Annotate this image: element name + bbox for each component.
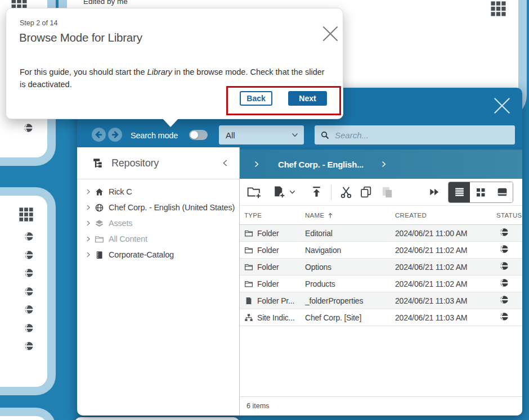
status-icon bbox=[24, 232, 34, 241]
document-icon bbox=[244, 296, 253, 305]
grid-view-icon bbox=[475, 187, 486, 198]
folder-icon bbox=[244, 246, 253, 255]
created-cell: 2024/06/21 11:02 AM bbox=[395, 263, 496, 272]
chevron-right-icon[interactable] bbox=[379, 160, 388, 169]
status-cell bbox=[500, 228, 522, 238]
back-button[interactable]: Back bbox=[240, 91, 272, 106]
table-row[interactable]: Folder Navigation 2024/06/21 11:02 AM bbox=[240, 242, 522, 259]
next-button[interactable]: Next bbox=[288, 91, 327, 106]
search-input[interactable] bbox=[334, 125, 515, 145]
thumbnail-view-button[interactable] bbox=[470, 182, 491, 202]
type-cell: Folder bbox=[244, 263, 305, 272]
breadcrumb-item[interactable]: Chef Corp. - English... bbox=[278, 160, 364, 169]
new-folder-button[interactable] bbox=[246, 186, 262, 199]
copy-button[interactable] bbox=[360, 186, 373, 198]
tree-item-label: Chef Corp. - English (United States) bbox=[109, 203, 235, 212]
table-row[interactable]: Folder Products 2024/06/21 11:02 AM bbox=[240, 276, 522, 292]
tree-item-assets[interactable]: Assets bbox=[77, 215, 239, 231]
table-row[interactable]: Site Indic... Chef Corp. [Site] 2024/06/… bbox=[240, 309, 522, 326]
table-row[interactable]: Folder Editorial 2024/06/21 11:00 AM bbox=[240, 225, 522, 242]
status-icon bbox=[500, 228, 509, 237]
column-created[interactable]: CREATED bbox=[395, 212, 496, 219]
status-icon bbox=[24, 123, 33, 133]
column-status[interactable]: STATUS bbox=[496, 212, 529, 219]
chevron-down-icon[interactable] bbox=[288, 188, 297, 196]
collapse-panel-icon[interactable] bbox=[220, 158, 230, 168]
folder-icon bbox=[95, 234, 104, 244]
filter-select[interactable]: All bbox=[219, 125, 304, 144]
column-name[interactable]: NAME bbox=[305, 211, 395, 219]
search-field[interactable] bbox=[315, 125, 515, 144]
library-emphasis: Library bbox=[147, 67, 172, 76]
tree-item-all-content[interactable]: All Content bbox=[77, 231, 239, 247]
name-cell: Navigation bbox=[305, 246, 395, 255]
status-cell bbox=[500, 245, 522, 255]
table-row[interactable]: Folder Pr... _folderProperties 2024/06/2… bbox=[240, 292, 522, 309]
expander-icon[interactable] bbox=[84, 219, 92, 227]
status-icon bbox=[24, 268, 34, 278]
list-view-button[interactable] bbox=[449, 182, 470, 202]
expander-icon[interactable] bbox=[84, 204, 92, 211]
more-actions-icon[interactable] bbox=[428, 186, 440, 198]
tree-item-chef-corp[interactable]: Chef Corp. - English (United States) bbox=[77, 200, 239, 215]
tour-step-indicator: Step 2 of 14 bbox=[20, 19, 57, 27]
cut-button[interactable] bbox=[339, 186, 353, 199]
search-icon bbox=[320, 130, 330, 140]
tour-dialog: Step 2 of 14 Browse Mode for Library For… bbox=[6, 8, 343, 119]
expander-icon[interactable] bbox=[84, 235, 92, 243]
back-navigation-button[interactable] bbox=[92, 128, 106, 142]
tree-item-corporate-catalog[interactable]: Corporate-Catalog bbox=[77, 247, 239, 263]
layers-icon bbox=[95, 219, 104, 228]
chevron-right-icon[interactable] bbox=[252, 160, 261, 169]
paste-button[interactable] bbox=[380, 186, 394, 199]
table-header: TYPE NAME CREATED STATUS bbox=[240, 206, 522, 225]
created-cell: 2024/06/21 11:02 AM bbox=[395, 246, 496, 255]
type-cell: Site Indic... bbox=[244, 313, 305, 322]
search-mode-label: Search mode bbox=[131, 131, 178, 140]
status-icon bbox=[24, 287, 34, 296]
name-cell: Products bbox=[305, 279, 395, 288]
sort-ascending-icon bbox=[326, 211, 334, 219]
forward-navigation-button[interactable] bbox=[108, 128, 122, 142]
type-cell: Folder Pr... bbox=[244, 296, 305, 305]
dashboard-card bbox=[75, 417, 239, 420]
expander-icon[interactable] bbox=[84, 251, 92, 259]
edited-by-me-label: Edited by me bbox=[83, 0, 128, 6]
column-type[interactable]: TYPE bbox=[244, 212, 305, 219]
upload-button[interactable] bbox=[310, 186, 323, 198]
status-icon bbox=[24, 323, 34, 333]
status-icon bbox=[24, 250, 34, 260]
sitemap-icon bbox=[244, 313, 253, 322]
status-icon bbox=[500, 312, 509, 321]
repository-panel: Repository Rick C Chef Corp. - English (… bbox=[77, 147, 240, 416]
close-icon[interactable] bbox=[491, 95, 513, 116]
status-icon bbox=[500, 295, 509, 304]
created-cell: 2024/06/21 11:02 AM bbox=[395, 279, 496, 288]
catalog-icon bbox=[95, 250, 104, 260]
created-cell: 2024/06/21 11:00 AM bbox=[395, 229, 496, 238]
apps-grid-icon[interactable] bbox=[19, 207, 34, 222]
item-count-statusbar: 6 items bbox=[240, 396, 522, 416]
expander-icon[interactable] bbox=[84, 188, 92, 196]
name-cell: Editorial bbox=[305, 229, 395, 238]
table-row[interactable]: Folder Options 2024/06/21 11:02 AM bbox=[240, 259, 522, 276]
status-icon bbox=[24, 341, 34, 351]
status-icon bbox=[24, 305, 34, 314]
tree-item-label: Corporate-Catalog bbox=[109, 250, 174, 259]
new-content-button[interactable] bbox=[272, 186, 286, 198]
search-mode-toggle[interactable] bbox=[189, 130, 208, 140]
tour-title: Browse Mode for Library bbox=[19, 31, 142, 44]
type-cell: Folder bbox=[244, 229, 305, 238]
home-icon bbox=[95, 187, 104, 197]
content-toolbar bbox=[240, 179, 522, 206]
repository-tree-icon bbox=[92, 157, 105, 169]
status-cell bbox=[500, 295, 522, 306]
apps-grid-icon[interactable] bbox=[490, 1, 506, 17]
status-cell bbox=[500, 261, 522, 272]
tree-item-rick-c[interactable]: Rick C bbox=[77, 184, 239, 200]
screen: Edited by me Search mode All bbox=[0, 0, 529, 420]
site-globe-icon bbox=[95, 203, 104, 213]
status-icon bbox=[500, 261, 509, 270]
close-icon[interactable] bbox=[320, 24, 340, 44]
detail-view-button[interactable] bbox=[491, 182, 513, 202]
